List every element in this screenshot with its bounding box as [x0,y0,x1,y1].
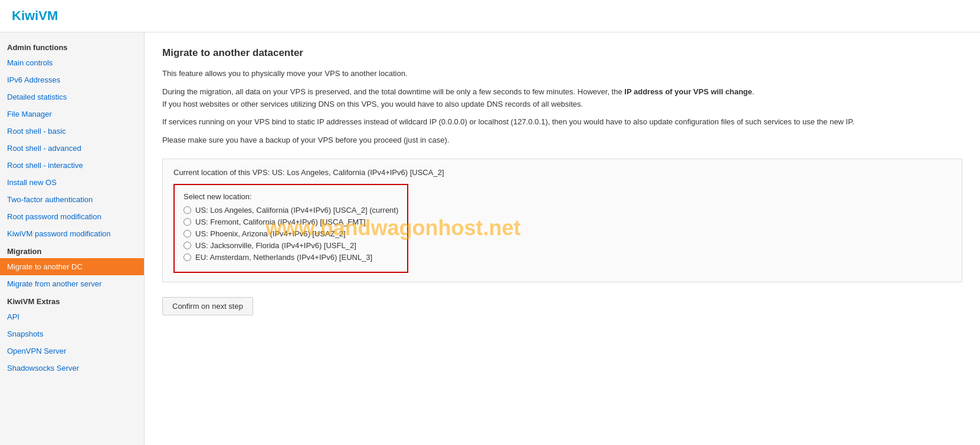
sidebar-item-detailed-statistics[interactable]: Detailed statistics [0,88,144,106]
current-location-value: US: Los Angeles, California (IPv4+IPv6) … [272,168,444,177]
desc2-line2: If you host websites or other services u… [162,100,583,108]
radio-option-usfl2: US: Jacksonville, Florida (IPv4+IPv6) [U… [183,241,398,250]
desc2-bold: IP address of your VPS will change [624,87,752,96]
radio-label-uscafmt: US: Fremont, California (IPv4+IPv6) [USC… [195,217,366,226]
sidebar: Admin functions Main controlsIPv6 Addres… [0,32,145,445]
radio-eunl3[interactable] [183,253,191,261]
sidebar-item-migrate-to-another-dc[interactable]: Migrate to another DC [0,258,144,275]
sidebar-item-ipv6-addresses[interactable]: IPv6 Addresses [0,71,144,88]
desc4: Please make sure you have a backup of yo… [162,134,962,147]
radio-label-usaz2: US: Phoenix, Arizona (IPv4+IPv6) [USAZ_2… [195,229,346,238]
sidebar-item-kiwi-password-modification[interactable]: KiwiVM password modification [0,225,144,242]
radio-options: US: Los Angeles, California (IPv4+IPv6) … [183,206,398,262]
sidebar-item-snapshots[interactable]: Snapshots [0,325,144,342]
desc2: During the migration, all data on your V… [162,86,962,111]
desc3: If services running on your VPS bind to … [162,116,962,128]
sidebar-item-migrate-from-another-server[interactable]: Migrate from another server [0,275,144,292]
radio-label-usca2: US: Los Angeles, California (IPv4+IPv6) … [195,206,398,215]
layout: Admin functions Main controlsIPv6 Addres… [0,32,980,445]
radio-label-eunl3: EU: Amsterdam, Netherlands (IPv4+IPv6) [… [195,253,372,262]
sidebar-item-api[interactable]: API [0,308,144,325]
migration-items: Migrate to another DCMigrate from anothe… [0,258,144,292]
radio-usca2[interactable] [183,206,191,214]
radio-option-usaz2: US: Phoenix, Arizona (IPv4+IPv6) [USAZ_2… [183,229,398,238]
sidebar-item-root-shell-basic[interactable]: Root shell - basic [0,123,144,140]
confirm-button[interactable]: Confirm on next step [162,297,253,315]
radio-option-uscafmt: US: Fremont, California (IPv4+IPv6) [USC… [183,217,398,226]
migration-section-header: Migration [0,242,144,258]
sidebar-item-shadowsocks-server[interactable]: Shadowsocks Server [0,360,144,377]
current-location-label: Current location of this VPS: [173,168,270,177]
migration-box: Current location of this VPS: US: Los An… [162,159,962,282]
extras-section-header: KiwiVM Extras [0,292,144,308]
radio-usfl2[interactable] [183,242,191,249]
admin-section-header: Admin functions [0,38,144,54]
radio-option-usca2: US: Los Angeles, California (IPv4+IPv6) … [183,206,398,215]
header: KiwiVM [0,0,980,32]
location-select-box: Select new location: www.bandwagonhost.n… [173,184,408,273]
sidebar-item-two-factor-auth[interactable]: Two-factor authentication [0,191,144,208]
desc2-before-bold: During the migration, all data on your V… [162,87,624,96]
sidebar-item-main-controls[interactable]: Main controls [0,54,144,71]
sidebar-item-root-shell-advanced[interactable]: Root shell - advanced [0,140,144,157]
sidebar-item-root-password-modification[interactable]: Root password modification [0,208,144,225]
radio-usaz2[interactable] [183,230,191,238]
radio-label-usfl2: US: Jacksonville, Florida (IPv4+IPv6) [U… [195,241,356,250]
desc1: This feature allows you to physically mo… [162,68,962,80]
desc2-after-bold: . [752,87,755,96]
sidebar-item-root-shell-interactive[interactable]: Root shell - interactive [0,157,144,174]
main-content: Migrate to another datacenter This featu… [145,32,980,445]
extras-items: APISnapshotsOpenVPN ServerShadowsocks Se… [0,308,144,377]
logo: KiwiVM [12,8,58,24]
select-label: Select new location: [183,192,398,201]
admin-items: Main controlsIPv6 AddressesDetailed stat… [0,54,144,242]
sidebar-item-openvpn-server[interactable]: OpenVPN Server [0,342,144,360]
radio-option-eunl3: EU: Amsterdam, Netherlands (IPv4+IPv6) [… [183,253,398,262]
radio-uscafmt[interactable] [183,218,191,226]
sidebar-item-install-new-os[interactable]: Install new OS [0,174,144,191]
sidebar-item-file-manager[interactable]: File Manager [0,106,144,123]
current-location: Current location of this VPS: US: Los An… [173,168,951,177]
page-title: Migrate to another datacenter [162,47,962,59]
